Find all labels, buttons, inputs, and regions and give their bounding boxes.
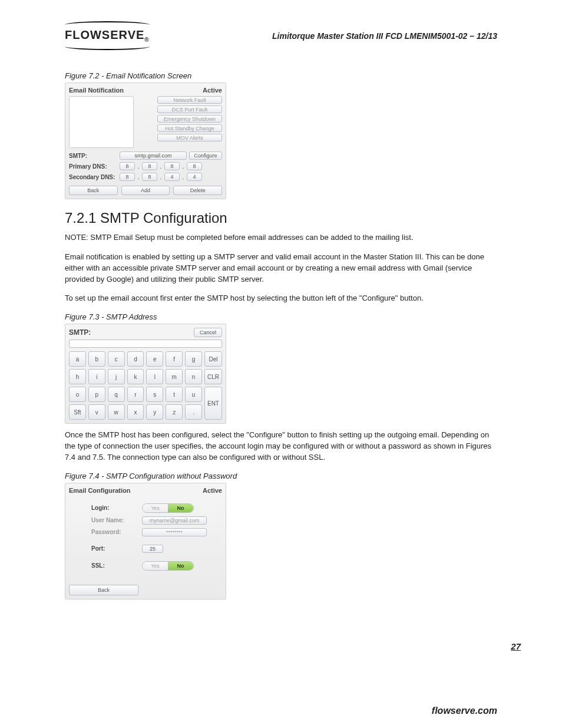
key-o[interactable]: o — [69, 387, 86, 402]
key-r[interactable]: r — [127, 387, 144, 402]
key-ent[interactable]: ENT — [204, 387, 222, 420]
fault-mov[interactable]: MOV Alerts — [157, 134, 222, 141]
key-u[interactable]: u — [185, 387, 202, 402]
figure-7-4-caption: Figure 7.4 - SMTP Configuration without … — [65, 472, 497, 480]
delete-button[interactable]: Delete — [173, 186, 222, 195]
key-x[interactable]: x — [127, 404, 144, 420]
fault-network[interactable]: Network Fault — [157, 96, 222, 104]
key-del[interactable]: Del — [204, 351, 222, 367]
document-title: Limitorque Master Station III FCD LMENIM… — [272, 31, 497, 41]
key-w[interactable]: w — [108, 404, 125, 420]
key-i[interactable]: i — [88, 369, 105, 384]
key-dot[interactable]: . — [185, 404, 202, 420]
note-text: NOTE: SMTP Email Setup must be completed… — [65, 232, 497, 243]
key-c[interactable]: c — [108, 351, 125, 367]
email-listbox[interactable] — [69, 96, 134, 148]
panel-title: Email Notification — [69, 87, 124, 94]
cancel-button[interactable]: Cancel — [194, 328, 222, 337]
ssl-toggle[interactable]: Yes No — [142, 561, 194, 571]
email-config-panel: Email Configuration Active Login: Yes No… — [65, 483, 226, 599]
key-z[interactable]: z — [166, 404, 183, 420]
paragraph-3: Once the SMTP host has been configured, … — [65, 430, 497, 463]
panel-status: Active — [203, 487, 222, 494]
paragraph-2: To set up the email account first enter … — [65, 293, 497, 304]
key-v[interactable]: v — [88, 404, 105, 420]
key-t[interactable]: t — [166, 387, 183, 402]
email-notification-panel: Email Notification Active Network Fault … — [65, 83, 226, 199]
site-url: flowserve.com — [432, 706, 497, 716]
ssl-label: SSL: — [71, 562, 142, 569]
smtp-label: SMTP: — [69, 153, 117, 159]
primary-dns-label: Primary DNS: — [69, 163, 117, 170]
password-label: Password: — [71, 529, 142, 535]
pdns-oct3[interactable]: 8 — [164, 162, 180, 170]
sdns-oct2[interactable]: 8 — [142, 173, 157, 181]
smtp-value-button[interactable]: smtp.gmail.com — [120, 151, 187, 160]
pdns-oct1[interactable]: 8 — [120, 162, 135, 170]
page-number: 27 — [511, 641, 521, 651]
smtp-input[interactable] — [69, 340, 222, 348]
key-a[interactable]: a — [69, 351, 86, 367]
port-value[interactable]: 25 — [142, 545, 163, 553]
key-sft[interactable]: Sft — [69, 404, 86, 420]
key-s[interactable]: s — [146, 387, 163, 402]
smtp-kb-label: SMTP: — [69, 328, 91, 337]
secondary-dns-label: Secondary DNS: — [69, 174, 117, 180]
section-heading: 7.2.1 SMTP Configuration — [65, 210, 497, 226]
sdns-oct3[interactable]: 4 — [164, 173, 180, 181]
key-d[interactable]: d — [127, 351, 144, 367]
panel-title: Email Configuration — [69, 487, 131, 494]
paragraph-1: Email notification is enabled by setting… — [65, 252, 497, 285]
key-h[interactable]: h — [69, 369, 86, 384]
key-f[interactable]: f — [166, 351, 183, 367]
figure-7-2-caption: Figure 7.2 - Email Notification Screen — [65, 71, 497, 80]
username-value[interactable]: myname@gmail.com — [142, 516, 207, 525]
key-k[interactable]: k — [127, 369, 144, 384]
key-m[interactable]: m — [166, 369, 183, 384]
key-clr[interactable]: CLR — [204, 369, 222, 384]
key-q[interactable]: q — [108, 387, 125, 402]
smtp-keyboard-panel: SMTP: Cancel a b c d e f g Del h i j k l… — [65, 324, 226, 424]
key-p[interactable]: p — [88, 387, 105, 402]
fault-standby[interactable]: Hot Standby Change — [157, 124, 222, 132]
key-b[interactable]: b — [88, 351, 105, 367]
key-l[interactable]: l — [146, 369, 163, 384]
key-j[interactable]: j — [108, 369, 125, 384]
sdns-oct4[interactable]: 4 — [187, 173, 202, 181]
password-value[interactable]: ******** — [142, 528, 207, 536]
panel-status: Active — [203, 87, 222, 94]
configure-button[interactable]: Configure — [189, 151, 222, 160]
back-button[interactable]: Back — [69, 186, 118, 195]
login-label: Login: — [71, 505, 142, 511]
port-label: Port: — [71, 545, 142, 552]
back-button[interactable]: Back — [69, 585, 138, 595]
pdns-oct2[interactable]: 8 — [142, 162, 157, 170]
key-e[interactable]: e — [146, 351, 163, 367]
login-toggle[interactable]: Yes No — [142, 503, 194, 513]
add-button[interactable]: Add — [121, 186, 170, 195]
pdns-oct4[interactable]: 8 — [187, 162, 202, 170]
key-y[interactable]: y — [146, 404, 163, 420]
figure-7-3-caption: Figure 7.3 - SMTP Address — [65, 312, 497, 321]
flowserve-logo: FLOWSERVE® — [65, 24, 150, 48]
sdns-oct1[interactable]: 8 — [120, 173, 135, 181]
username-label: User Name: — [71, 517, 142, 523]
key-n[interactable]: n — [185, 369, 202, 384]
fault-dcs[interactable]: DCS Port Fault — [157, 106, 222, 113]
fault-emergency[interactable]: Emergency Shutdown — [157, 115, 222, 123]
key-g[interactable]: g — [185, 351, 202, 367]
